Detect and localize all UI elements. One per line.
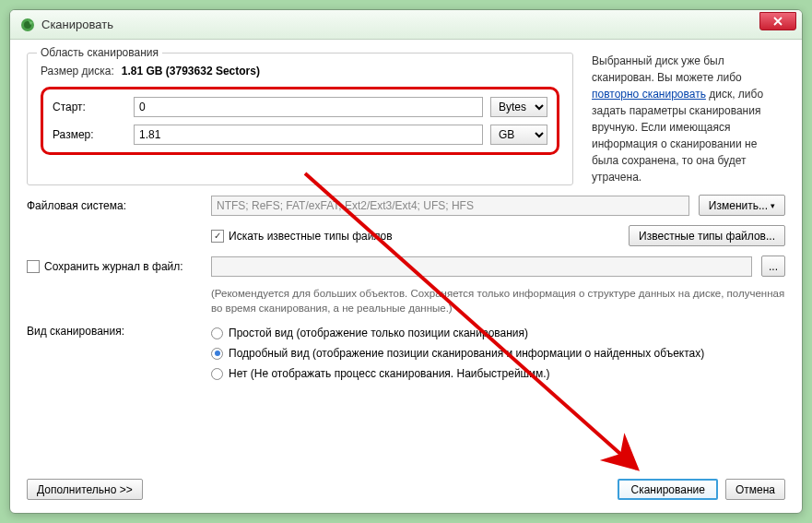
filesystem-label: Файловая система:	[27, 199, 202, 212]
browse-button[interactable]: ...	[761, 256, 785, 277]
dialog-content: Область сканирования Размер диска: 1.81 …	[10, 40, 802, 513]
titlebar: Сканировать	[10, 10, 802, 40]
start-input[interactable]	[134, 97, 483, 117]
svg-line-2	[305, 173, 637, 469]
scan-button[interactable]: Сканирование	[618, 479, 717, 500]
group-title: Область сканирования	[37, 46, 162, 59]
size-label: Размер:	[53, 128, 126, 141]
save-log-label: Сохранить журнал в файл:	[44, 260, 183, 273]
radio-none-label: Нет (Не отображать процесс сканирования.…	[229, 367, 550, 380]
radio-simple-label: Простой вид (отображение только позиции …	[229, 327, 528, 339]
save-log-hint: (Рекомендуется для больших объектов. Сох…	[211, 286, 785, 315]
start-label: Старт:	[53, 101, 126, 113]
scan-view-label: Вид сканирования:	[27, 325, 202, 338]
rescan-link[interactable]: повторно сканировать	[592, 88, 706, 101]
radio-detailed[interactable]	[211, 348, 223, 360]
save-log-checkbox[interactable]	[27, 260, 40, 273]
size-input[interactable]	[134, 125, 483, 145]
dialog-window: Сканировать Область сканирования Размер …	[9, 9, 803, 514]
cancel-button[interactable]: Отмена	[725, 479, 785, 500]
info-text: Выбранный диск уже был сканирован. Вы мо…	[592, 53, 785, 185]
radio-simple[interactable]	[211, 327, 223, 339]
radio-none[interactable]	[211, 368, 223, 380]
known-types-button[interactable]: Известные типы файлов...	[629, 225, 785, 246]
app-icon	[19, 17, 36, 33]
size-unit-select[interactable]: GB	[490, 125, 547, 145]
disk-size-value: 1.81 GB (3793632 Sectors)	[122, 65, 260, 77]
known-types-label: Искать известные типы файлов	[229, 230, 393, 243]
scan-area-group: Область сканирования Размер диска: 1.81 …	[27, 53, 573, 185]
highlight-annotation: Старт: Bytes Размер: GB	[41, 87, 559, 155]
close-button[interactable]	[759, 12, 796, 30]
window-title: Сканировать	[41, 18, 113, 31]
start-unit-select[interactable]: Bytes	[490, 97, 547, 117]
disk-size-label: Размер диска:	[41, 65, 114, 77]
filesystem-input	[211, 196, 689, 216]
known-types-checkbox[interactable]	[211, 230, 224, 243]
change-button[interactable]: Изменить...	[699, 195, 785, 216]
save-log-path-input	[211, 256, 752, 277]
advanced-button[interactable]: Дополнительно >>	[27, 479, 143, 500]
radio-detailed-label: Подробный вид (отображение позиции скани…	[229, 347, 704, 360]
